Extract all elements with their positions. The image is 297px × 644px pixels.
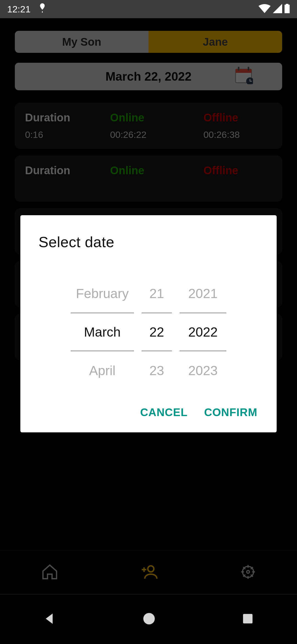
- year-current[interactable]: 2022: [180, 313, 226, 351]
- status-time: 12:21: [7, 4, 31, 15]
- dialog-title: Select date: [20, 233, 277, 258]
- svg-rect-9: [243, 614, 253, 624]
- back-button[interactable]: [43, 612, 57, 627]
- wifi-icon: [258, 4, 271, 14]
- dialog-actions: CANCEL CONFIRM: [20, 392, 277, 419]
- cancel-button[interactable]: CANCEL: [140, 406, 188, 419]
- date-picker: February March April 21 22 23 2021 2022 …: [20, 258, 277, 392]
- cellular-icon: [273, 4, 282, 14]
- month-next[interactable]: April: [71, 351, 134, 390]
- day-current[interactable]: 22: [142, 313, 172, 351]
- month-picker[interactable]: February March April: [71, 274, 134, 390]
- svg-point-8: [143, 613, 155, 624]
- recents-button[interactable]: [241, 612, 254, 626]
- month-prev[interactable]: February: [71, 274, 134, 313]
- app-screen: My Son Jane March 22, 2022 DurationOnlin…: [0, 18, 297, 594]
- month-current[interactable]: March: [71, 313, 134, 351]
- location-icon: [39, 3, 46, 15]
- year-next[interactable]: 2023: [180, 351, 226, 390]
- select-date-dialog: Select date February March April 21 22 2…: [20, 215, 277, 432]
- confirm-button[interactable]: CONFIRM: [204, 406, 257, 419]
- android-nav-bar: [0, 594, 297, 644]
- day-next[interactable]: 23: [142, 351, 172, 390]
- android-status-bar: 12:21: [0, 0, 297, 18]
- battery-icon: [284, 4, 290, 14]
- home-button[interactable]: [142, 612, 156, 627]
- year-picker[interactable]: 2021 2022 2023: [180, 274, 226, 390]
- year-prev[interactable]: 2021: [180, 274, 226, 313]
- day-picker[interactable]: 21 22 23: [142, 274, 172, 390]
- day-prev[interactable]: 21: [142, 274, 172, 313]
